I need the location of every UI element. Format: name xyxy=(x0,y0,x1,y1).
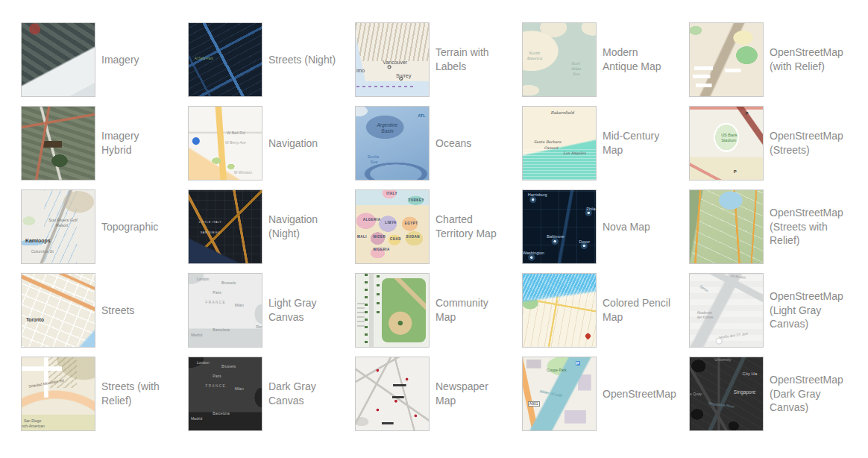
map-annotation: Coupe Park xyxy=(547,368,566,372)
basemap-thumbnail-osm-streets-relief[interactable] xyxy=(689,189,764,264)
basemap-label: Light Gray Canvas xyxy=(268,296,349,324)
map-annotation: Barcelona xyxy=(213,328,230,332)
map-annotation: Spree xyxy=(699,284,709,293)
basemap-tile-antique[interactable]: NorthAmericaNortAtlanSeaModern Antique M… xyxy=(522,22,689,97)
map-annotation: Milan xyxy=(235,304,244,307)
basemap-tile-imagery[interactable]: Imagery xyxy=(21,22,188,97)
basemap-tile-osm-streets-relief[interactable]: OpenStreetMap (Streets with Relief) xyxy=(689,189,856,264)
map-annotation: Bakersfield xyxy=(550,111,574,116)
basemap-thumbnail-osm-streets[interactable]: US BankStadiumPP xyxy=(689,106,764,181)
basemap-tile-navigation-night[interactable]: LITTLE ITALYSAN DIEGONavigation (Night) xyxy=(188,189,355,264)
basemap-label: Streets (Night) xyxy=(268,53,349,67)
basemap-thumbnail-charted[interactable]: ITALYTURKEYALGERIALIBYAEGYPTMALINIGERCHA… xyxy=(355,189,430,264)
basemap-tile-nova[interactable]: HarrisburgPhilaBaltimoreDoverWashingtonN… xyxy=(522,189,689,264)
basemap-tile-midcentury[interactable]: BakersfieldSanta BarbaraOxnardLos Angele… xyxy=(522,106,689,181)
map-annotation: W Ball Rd xyxy=(227,131,245,136)
basemap-label: Streets xyxy=(101,304,182,318)
basemap-thumbnail-darkgray[interactable]: LondonBrusselsParisFRANCEMilanBarcelonaM… xyxy=(188,357,262,431)
map-annotation: A901 xyxy=(528,401,540,407)
map-annotation: Brussels xyxy=(221,365,236,368)
basemap-thumbnail-streets-night[interactable]: Al Safa Park xyxy=(188,22,262,97)
map-annotation: Akademie xyxy=(697,312,712,316)
basemap-label: Newspaper Map xyxy=(435,380,516,408)
basemap-thumbnail-streets[interactable]: Toronto xyxy=(21,273,95,348)
map-annotation: Washington xyxy=(523,251,544,256)
map-annotation: Nort xyxy=(571,62,580,66)
basemap-label: OpenStreetMap (Streets) xyxy=(770,129,850,157)
map-annotation: Brussels xyxy=(221,281,236,285)
basemap-label: Streets (with Relief) xyxy=(101,380,182,408)
basemap-thumbnail-pencil[interactable] xyxy=(522,273,597,348)
basemap-thumbnail-topographic[interactable]: Sun Rivers GolfResortKamloopsColumbia St xyxy=(21,189,95,264)
basemap-thumbnail-osm-classic[interactable]: Coupe ParkWater of LeithA901P xyxy=(522,357,597,431)
basemap-thumbnail-imagery-hybrid[interactable] xyxy=(21,106,95,181)
basemap-thumbnail-osm-darkgray[interactable]: UniversityCity HaSingaporee QuaySingapor… xyxy=(689,357,764,431)
map-annotation: Oxnard xyxy=(544,146,558,150)
basemap-tile-navigation[interactable]: W Ball RdW Berry AveW WinstonNavigation xyxy=(188,106,355,181)
map-annotation: NIGERIA xyxy=(374,248,390,252)
basemap-tile-topographic[interactable]: Sun Rivers GolfResortKamloopsColumbia St… xyxy=(21,189,188,264)
map-annotation: FRANCE xyxy=(206,301,227,305)
basemap-label: Nova Map xyxy=(603,220,683,234)
map-annotation: Barcelona xyxy=(213,412,230,415)
basemap-tile-oceans[interactable]: ArgentineBasinScotiaSeaATLOceans xyxy=(355,106,522,181)
map-annotation: SAN DIEGO xyxy=(201,231,221,234)
basemap-thumbnail-navigation-night[interactable]: LITTLE ITALYSAN DIEGO xyxy=(188,189,262,264)
basemap-tile-charted[interactable]: ITALYTURKEYALGERIALIBYAEGYPTMALINIGERCHA… xyxy=(355,189,522,264)
map-annotation: Harrisburg xyxy=(528,193,547,198)
basemap-thumbnail-oceans[interactable]: ArgentineBasinScotiaSeaATL xyxy=(355,106,430,181)
basemap-thumbnail-antique[interactable]: NorthAmericaNortAtlanSea xyxy=(522,22,597,97)
map-annotation: Basin xyxy=(381,129,393,134)
basemap-thumbnail-newspaper[interactable] xyxy=(355,357,430,431)
basemap-tile-osm-classic[interactable]: Coupe ParkWater of LeithA901POpenStreetM… xyxy=(522,357,689,431)
basemap-thumbnail-osm-relief[interactable] xyxy=(689,22,764,97)
basemap-thumbnail-midcentury[interactable]: BakersfieldSanta BarbaraOxnardLos Angele… xyxy=(522,106,597,181)
map-annotation: Dover xyxy=(579,240,590,245)
basemap-label: OpenStreetMap (Streets with Relief) xyxy=(770,206,850,248)
basemap-thumbnail-osm-lightgray[interactable]: SpreeAkademieder KünsteAlt-MoabitStraße … xyxy=(689,273,764,348)
basemap-tile-osm-streets[interactable]: US BankStadiumPPOpenStreetMap (Streets) xyxy=(689,106,856,181)
basemap-tile-terrain[interactable]: VancouverSurreyimoTerrain with Labels xyxy=(355,22,522,97)
map-annotation: MALI xyxy=(357,236,367,239)
basemap-thumbnail-terrain[interactable]: VancouverSurreyimo xyxy=(355,22,430,97)
map-annotation: Paris xyxy=(213,291,221,295)
basemap-tile-streets-night[interactable]: Al Safa ParkStreets (Night) xyxy=(188,22,355,97)
basemap-tile-streets-relief[interactable]: Soledad Mountain RdSan Diegonch-American… xyxy=(21,357,188,431)
basemap-tile-osm-lightgray[interactable]: SpreeAkademieder KünsteAlt-MoabitStraße … xyxy=(689,273,856,348)
map-annotation: Rom xyxy=(256,325,262,329)
basemap-tile-darkgray[interactable]: LondonBrusselsParisFRANCEMilanBarcelonaM… xyxy=(188,357,355,431)
map-annotation: Baltimore xyxy=(547,235,564,239)
map-annotation: Kamloops xyxy=(25,238,51,243)
basemap-thumbnail-nova[interactable]: HarrisburgPhilaBaltimoreDoverWashington xyxy=(522,189,597,264)
map-annotation: Atlan xyxy=(571,67,581,71)
map-annotation: e Quay xyxy=(690,392,702,396)
map-annotation: P xyxy=(734,169,737,174)
basemap-thumbnail-imagery[interactable] xyxy=(21,22,95,97)
map-annotation: P xyxy=(745,111,748,116)
map-annotation: London xyxy=(197,277,210,281)
basemap-tile-community[interactable]: Community Map xyxy=(355,273,522,348)
basemap-label: Navigation xyxy=(268,137,349,151)
map-annotation: ITALY xyxy=(386,192,397,196)
basemap-label: Dark Gray Canvas xyxy=(268,380,349,408)
basemap-tile-streets[interactable]: TorontoStreets xyxy=(21,273,188,348)
basemap-tile-osm-relief[interactable]: OpenStreetMap (with Relief) xyxy=(689,22,856,97)
basemap-thumbnail-streets-relief[interactable]: Soledad Mountain RdSan Diegonch-American xyxy=(21,357,95,431)
map-annotation: San Diego xyxy=(24,419,41,423)
basemap-tile-imagery-hybrid[interactable]: Imagery Hybrid xyxy=(21,106,188,181)
basemap-label: OpenStreetMap (Dark Gray Canvas) xyxy=(770,373,850,415)
basemap-thumbnail-community[interactable] xyxy=(355,273,430,348)
basemap-tile-newspaper[interactable]: Newspaper Map xyxy=(355,357,522,431)
basemap-tile-lightgray[interactable]: LondonBrusselsParisFRANCEMilanBarcelonaM… xyxy=(188,273,355,348)
map-annotation: Columbia St xyxy=(31,250,54,254)
basemap-tile-pencil[interactable]: Colored Pencil Map xyxy=(522,273,689,348)
map-annotation: Madrid xyxy=(191,333,202,337)
basemap-tile-osm-darkgray[interactable]: UniversityCity HaSingaporee QuaySingapor… xyxy=(689,357,856,431)
map-annotation: America xyxy=(526,57,542,60)
map-annotation: FRANCE xyxy=(206,385,227,389)
basemap-label: Imagery xyxy=(101,53,182,67)
map-annotation: Argentine xyxy=(377,123,397,128)
basemap-thumbnail-lightgray[interactable]: LondonBrusselsParisFRANCEMilanBarcelonaM… xyxy=(188,273,262,348)
map-annotation: Soledad Mountain Rd xyxy=(28,379,64,389)
basemap-thumbnail-navigation[interactable]: W Ball RdW Berry AveW Winston xyxy=(188,106,262,181)
